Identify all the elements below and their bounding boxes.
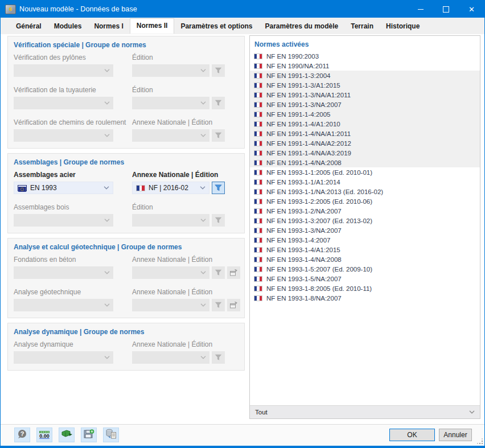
chevron-down-icon [200,69,206,72]
help-icon: ? [17,429,27,441]
tab-normes-i[interactable]: Normes I [88,19,129,34]
field-row: Vérification de la tuyauterieÉdition [8,82,244,109]
eu-flag-icon [18,185,27,191]
norm-label: NF EN 1991-1-3/A1:2015 [266,82,340,89]
combo-verification-de-la-tuyauterie[interactable] [14,97,113,109]
norm-filter-select[interactable]: Tout [250,405,480,418]
combo-assemblages-acier[interactable]: EN 1993 [14,182,113,194]
france-flag-icon [254,208,262,214]
filter-button-verification-des-pylones[interactable] [212,64,225,77]
combo-analyse-geotechnique[interactable] [14,299,113,311]
norm-list-item[interactable]: NF EN 1991-1-4/NA/A1:2011 [250,129,480,138]
annex-button-analyse-geotechnique[interactable] [227,299,240,311]
norm-list-item[interactable]: NF EN 1993-1-2/NA:2007 [250,206,480,216]
tab-terrain[interactable]: Terrain [344,19,380,34]
combo-assemblages-bois[interactable] [14,214,113,227]
ok-button[interactable]: OK [389,429,435,441]
norm-list-item[interactable]: NF EN 1993-1-1/A1:2014 [250,177,480,187]
combo-analyse-dynamique[interactable] [14,351,113,364]
norm-list-item[interactable]: NF EN 1993-1-2:2005 (Ed. 2010-06) [250,196,480,206]
group-title: Assemblages | Groupe de normes [8,154,244,167]
label-analyse-dynamique-annexe-nationale-edition: Annexe Nationale | Édition [132,340,239,348]
norm-label: NF EN 1993-1-1/A1:2014 [266,179,340,186]
save-defaults-button[interactable] [81,428,97,442]
combo-analyse-geotechnique-edition[interactable] [132,299,209,311]
tab-historique[interactable]: Historique [380,19,426,34]
filter-button-analyse-dynamique[interactable] [212,351,225,364]
filter-button-verification-de-chemins-de-roulement[interactable] [212,129,225,142]
help-button[interactable]: ? [14,428,30,442]
norm-list-item[interactable]: NF EN 1993-1-5/NA:2007 [250,274,480,283]
norm-list-item[interactable]: NF EN 1993-1-4:2007 [250,235,480,245]
cancel-button[interactable]: Annuler [439,429,472,441]
chevron-down-icon [104,356,110,359]
norm-label: NF EN 1991-1-3/NA/A1:2011 [266,92,351,98]
tab-parametres-du-modele[interactable]: Paramètres du modèle [258,19,344,34]
options-button[interactable] [59,428,75,442]
norm-list-item[interactable]: NF EN 1990/NA:2011 [250,61,480,71]
france-flag-icon [254,286,262,291]
norm-list-item[interactable]: NF EN 1993-1-3/NA:2007 [250,225,480,235]
combo-verification-de-chemins-de-roulement[interactable] [14,129,113,142]
combo-verification-de-chemins-de-roulement-edition[interactable] [132,129,209,142]
combo-assemblages-bois-edition[interactable] [132,214,209,227]
close-button[interactable]: ✕ [459,1,484,18]
chevron-down-icon [200,303,206,307]
norm-list-item[interactable]: NF EN 1991-1-3:2004 [250,71,480,80]
france-flag-icon [254,131,262,137]
units-button[interactable]: 0.00 [36,428,52,442]
resize-grip[interactable] [478,439,483,444]
combo-fondations-en-beton-edition[interactable] [132,266,209,279]
filter-button-assemblages-bois[interactable] [212,214,225,227]
france-flag-icon [254,121,262,127]
activated-norms-title: Normes activées [250,36,480,51]
norm-list-item[interactable]: NF EN 1993-1-8/NA:2007 [250,293,480,303]
norm-list-item[interactable]: NF EN 1993-1-8:2005 (Ed. 2010-11) [250,283,480,293]
norm-list-item[interactable]: NF EN 1993-1-1/NA:2013 (Ed. 2016-02) [250,187,480,196]
tab-normes-ii[interactable]: Normes II [130,18,175,34]
annex-button-fondations-en-beton[interactable] [227,266,240,279]
norm-list-item[interactable]: NF EN 1991-1-4/NA:2008 [250,158,480,167]
norm-list-item[interactable]: NF EN 1991-1-4:2005 [250,109,480,119]
norm-label: NF EN 1993-1-1:2005 (Ed. 2010-01) [266,169,372,176]
tab-parametres-et-options[interactable]: Paramètres et options [174,19,258,34]
chevron-down-icon [200,271,206,274]
activated-norms-list[interactable]: NF EN 1990:2003NF EN 1990/NA:2011NF EN 1… [250,51,480,405]
chevron-down-icon [104,101,110,105]
norm-list-item[interactable]: NF EN 1993-1-3:2007 (Ed. 2013-02) [250,216,480,225]
filter-button-fondations-en-beton[interactable] [212,266,225,279]
combo-analyse-dynamique-edition[interactable] [132,351,209,364]
database-button[interactable] [103,428,119,442]
app-icon: 6 [5,5,16,14]
filter-button-analyse-geotechnique[interactable] [212,299,225,311]
norm-list-item[interactable]: NF EN 1993-1-4/NA:2008 [250,254,480,264]
minimize-button[interactable] [408,1,433,18]
tab-modules[interactable]: Modules [48,19,88,34]
norm-list-item[interactable]: NF EN 1991-1-3/NA/A1:2011 [250,90,480,100]
combo-verification-de-la-tuyauterie-edition[interactable] [132,97,209,109]
norm-list-item[interactable]: NF EN 1991-1-3/A1:2015 [250,80,480,90]
window-bottom-border [1,446,484,447]
norm-label: NF EN 1993-1-2:2005 (Ed. 2010-06) [266,198,372,205]
norm-list-item[interactable]: NF EN 1991-1-4/A1:2010 [250,119,480,129]
maximize-button[interactable] [433,1,459,18]
norm-list-item[interactable]: NF EN 1993-1-4/A1:2015 [250,245,480,254]
norm-list-item[interactable]: NF EN 1991-1-4/NA/A2:2012 [250,138,480,148]
filter-button-assemblages-acier[interactable] [212,182,225,194]
tab-general[interactable]: Général [10,19,48,34]
combo-verification-des-pylones[interactable] [14,64,113,77]
norm-list-item[interactable]: NF EN 1991-1-3/NA:2007 [250,100,480,109]
combo-verification-des-pylones-edition[interactable] [132,64,209,77]
chevron-down-icon [200,219,206,222]
combo-assemblages-acier-edition[interactable]: NF | 2016-02 [132,182,209,194]
combo-value: NF | 2016-02 [149,184,188,192]
norm-list-item[interactable]: NF EN 1990:2003 [250,51,480,61]
filter-button-verification-de-la-tuyauterie[interactable] [212,97,225,109]
combo-fondations-en-beton[interactable] [14,266,113,279]
norm-label: NF EN 1993-1-5:2007 (Ed. 2009-10) [266,266,372,273]
norm-list-item[interactable]: NF EN 1993-1-1:2005 (Ed. 2010-01) [250,167,480,177]
france-flag-icon [254,63,262,69]
chevron-down-icon [469,410,475,414]
norm-list-item[interactable]: NF EN 1993-1-5:2007 (Ed. 2009-10) [250,264,480,274]
norm-list-item[interactable]: NF EN 1991-1-4/NA/A3:2019 [250,148,480,158]
